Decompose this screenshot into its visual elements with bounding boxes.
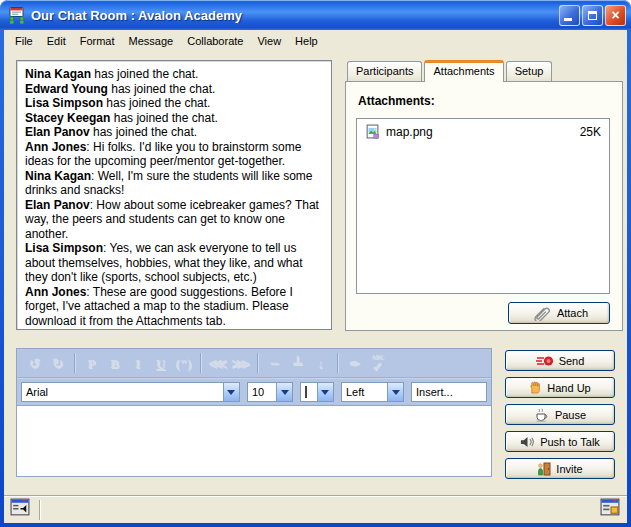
indent-icon[interactable]: ⋙ xyxy=(229,357,252,370)
chat-message: Stacey Keegan has joined the chat. xyxy=(25,111,323,126)
layout-status-icon[interactable] xyxy=(600,497,621,522)
insert-label: Insert... xyxy=(412,386,486,398)
tab-participants[interactable]: Participants xyxy=(347,61,422,81)
action-buttons: SendHand UpPausePush to TalkInvite xyxy=(505,350,615,479)
menu-file[interactable]: File xyxy=(8,32,40,50)
message-input[interactable] xyxy=(17,405,491,476)
image-file-icon xyxy=(365,124,380,139)
chat-message: Nina Kagan: Well, I'm sure the students … xyxy=(25,169,323,198)
outdent-icon[interactable]: ⋘ xyxy=(206,357,229,370)
underline-icon[interactable]: U xyxy=(149,357,172,370)
font-family-value: Arial xyxy=(22,386,223,398)
bold-icon[interactable]: B xyxy=(103,357,126,370)
chevron-down-icon[interactable] xyxy=(387,383,403,401)
pause-label: Pause xyxy=(555,409,586,421)
paperclip-icon xyxy=(530,306,552,321)
pause-button[interactable]: Pause xyxy=(505,404,615,425)
chat-message: Lisa Simpson: Yes, we can ask everyone t… xyxy=(25,241,323,285)
chat-message: Edward Young has joined the chat. xyxy=(25,82,323,97)
redo-icon[interactable]: ↻ xyxy=(46,357,69,370)
invite-button[interactable]: Invite xyxy=(505,458,615,479)
chevron-down-icon[interactable] xyxy=(317,383,333,401)
chat-message: Ann Jones: Hi folks. I'd like you to bra… xyxy=(25,140,323,169)
speaker-icon xyxy=(520,436,535,448)
font-size-combo[interactable]: 10 xyxy=(247,382,293,402)
menu-view[interactable]: View xyxy=(250,32,288,50)
main-content: Nina Kagan has joined the chat.Edward Yo… xyxy=(4,52,627,495)
toolbar-separator xyxy=(257,353,258,373)
chat-message: Lisa Simpson has joined the chat. xyxy=(25,96,323,111)
close-button[interactable]: × xyxy=(605,5,626,26)
statusbar-divider xyxy=(39,500,40,520)
attach-button-label: Attach xyxy=(557,307,588,319)
menu-format[interactable]: Format xyxy=(73,32,122,50)
align-value: Left xyxy=(342,386,387,398)
tab-setup[interactable]: Setup xyxy=(506,61,553,81)
insert-combo[interactable]: Insert... xyxy=(411,382,487,402)
chat-message: Ann Jones: These are good suggestions. B… xyxy=(25,285,323,329)
push-to-talk-label: Push to Talk xyxy=(540,436,600,448)
file-name: map.png xyxy=(386,125,433,139)
attach-button[interactable]: Attach xyxy=(508,302,610,324)
hand-icon xyxy=(529,381,542,394)
window-title: Our Chat Room : Avalon Academy xyxy=(31,8,559,23)
chat-message: Elan Panov: How about some icebreaker ga… xyxy=(25,198,323,242)
spellcheck-icon[interactable]: ABC✓ xyxy=(366,354,389,373)
font-color-combo[interactable] xyxy=(300,382,334,402)
hand-up-button[interactable]: Hand Up xyxy=(505,377,615,398)
send-icon xyxy=(536,354,554,368)
chat-log[interactable]: Nina Kagan has joined the chat.Edward Yo… xyxy=(16,60,332,330)
send-button[interactable]: Send xyxy=(505,350,615,371)
font-size-value: 10 xyxy=(248,386,276,398)
maximize-button[interactable] xyxy=(582,5,603,26)
horizontal-rule-icon[interactable]: ┷ xyxy=(286,357,309,370)
menu-bar: FileEditFormatMessageCollaborateViewHelp xyxy=(4,30,627,52)
font-family-combo[interactable]: Arial xyxy=(21,382,240,402)
plain-text-icon[interactable]: P xyxy=(80,357,103,370)
file-size: 25K xyxy=(580,125,601,139)
attachments-tab-panel: Attachments: map.png25K Attach xyxy=(345,81,623,331)
pause-cup-icon xyxy=(534,408,550,422)
toolbar-separator xyxy=(74,353,75,373)
toolbar-separator xyxy=(337,353,338,373)
signature-icon[interactable]: ✒ xyxy=(343,357,366,370)
chevron-down-icon[interactable] xyxy=(276,383,292,401)
menu-collaborate[interactable]: Collaborate xyxy=(180,32,250,50)
font-toolbar: Arial 10 Left Insert... xyxy=(17,378,491,405)
title-bar[interactable]: Our Chat Room : Avalon Academy × xyxy=(0,0,631,30)
minimize-button[interactable] xyxy=(559,5,580,26)
chat-room-window: Our Chat Room : Avalon Academy × FileEdi… xyxy=(0,0,631,527)
app-icon xyxy=(7,5,27,25)
tab-strip: ParticipantsAttachmentsSetup xyxy=(345,59,554,81)
attachments-heading: Attachments: xyxy=(358,94,435,108)
chat-message: Nina Kagan has joined the chat. xyxy=(25,67,323,82)
chevron-down-icon[interactable] xyxy=(223,383,239,401)
push-to-talk-button[interactable]: Push to Talk xyxy=(505,431,615,452)
color-swatch xyxy=(305,386,307,398)
audio-status-icon[interactable] xyxy=(10,497,31,522)
menu-edit[interactable]: Edit xyxy=(40,32,73,50)
menu-message[interactable]: Message xyxy=(122,32,181,50)
send-label: Send xyxy=(559,355,585,367)
chat-message: Elan Panov has joined the chat. xyxy=(25,125,323,140)
hand-up-label: Hand Up xyxy=(547,382,590,394)
invite-icon xyxy=(537,462,551,476)
quote-icon[interactable]: (") xyxy=(172,357,195,370)
toolbar-separator xyxy=(200,353,201,373)
message-editor: ↺↻PBIU(")⋘⋙┄┷↓✒ABC✓ Arial 10 Left xyxy=(16,348,492,477)
attachments-list[interactable]: map.png25K xyxy=(356,118,610,294)
status-bar xyxy=(4,495,627,523)
insert-below-icon[interactable]: ↓ xyxy=(309,357,332,370)
formatting-toolbar: ↺↻PBIU(")⋘⋙┄┷↓✒ABC✓ xyxy=(17,349,491,378)
attachment-row[interactable]: map.png25K xyxy=(357,119,609,144)
tab-attachments[interactable]: Attachments xyxy=(424,60,503,82)
dashed-rule-icon[interactable]: ┄ xyxy=(263,357,286,370)
italic-icon[interactable]: I xyxy=(126,357,149,370)
invite-label: Invite xyxy=(556,463,582,475)
menu-help[interactable]: Help xyxy=(288,32,325,50)
align-combo[interactable]: Left xyxy=(341,382,404,402)
undo-icon[interactable]: ↺ xyxy=(23,357,46,370)
